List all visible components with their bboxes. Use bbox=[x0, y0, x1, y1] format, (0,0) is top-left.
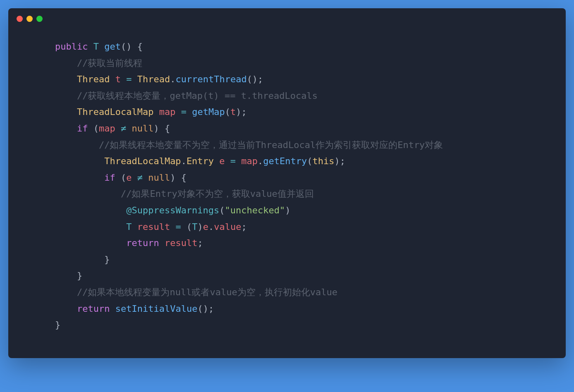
code-line: } bbox=[33, 251, 541, 268]
code-line: //如果Entry对象不为空，获取value值并返回 bbox=[33, 186, 541, 202]
code-window: public T get() { //获取当前线程 Thread t = Thr… bbox=[8, 8, 566, 358]
code-line: } bbox=[33, 317, 541, 333]
code-line: if (e ≠ null) { bbox=[33, 170, 541, 186]
code-line: @SuppressWarnings("unchecked") bbox=[33, 202, 541, 219]
code-line: ThreadLocalMap.Entry e = map.getEntry(th… bbox=[33, 153, 541, 170]
code-line: //如果线程本地变量不为空，通过当前ThreadLocal作为索引获取对应的En… bbox=[33, 137, 541, 153]
code-line: //获取线程本地变量，getMap(t) == t.threadLocals bbox=[33, 88, 541, 104]
window-titlebar bbox=[8, 8, 566, 26]
code-line: } bbox=[33, 268, 541, 284]
code-line: T result = (T)e.value; bbox=[33, 219, 541, 235]
code-line: //获取当前线程 bbox=[33, 55, 541, 72]
code-line: Thread t = Thread.currentThread(); bbox=[33, 71, 541, 88]
minimize-icon[interactable] bbox=[26, 16, 33, 22]
code-line: return result; bbox=[33, 235, 541, 251]
code-line: return setInitialValue(); bbox=[33, 301, 541, 317]
code-editor[interactable]: public T get() { //获取当前线程 Thread t = Thr… bbox=[8, 26, 566, 358]
code-line: public T get() { bbox=[33, 38, 541, 55]
maximize-icon[interactable] bbox=[36, 16, 43, 22]
code-line: ThreadLocalMap map = getMap(t); bbox=[33, 104, 541, 120]
code-line: if (map ≠ null) { bbox=[33, 120, 541, 137]
close-icon[interactable] bbox=[17, 16, 23, 22]
code-line: //如果本地线程变量为null或者value为空，执行初始化value bbox=[33, 284, 541, 301]
